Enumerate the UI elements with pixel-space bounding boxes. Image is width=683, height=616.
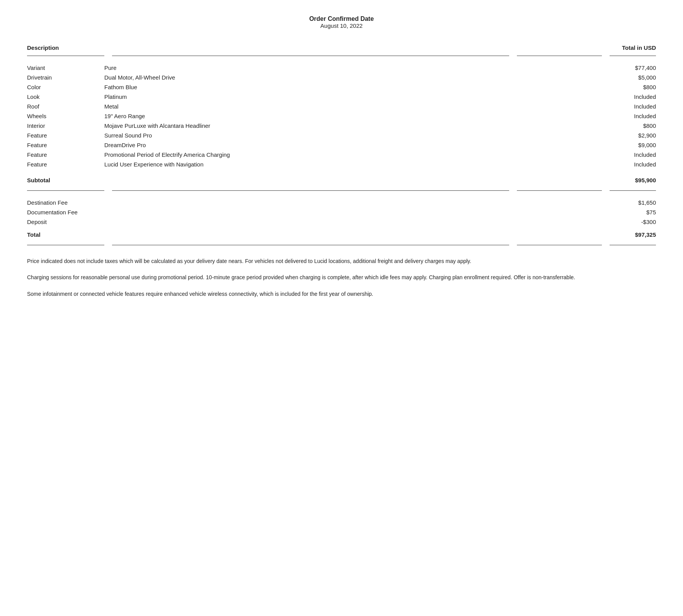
divider-middle	[27, 190, 656, 191]
line-item-row: Feature Lucid User Experience with Navig…	[27, 160, 656, 169]
line-item-value: Lucid User Experience with Navigation	[104, 160, 525, 169]
fee-row: Deposit -$300	[27, 217, 656, 227]
footnote-2: Charging sessions for reasonable persona…	[27, 273, 656, 282]
total-price: $97,325	[610, 227, 656, 241]
line-item-row: Feature DreamDrive Pro $9,000	[27, 140, 656, 150]
line-item-value: Platinum	[104, 92, 525, 102]
line-item-value: Metal	[104, 102, 525, 111]
line-item-row: Feature Promotional Period of Electrify …	[27, 150, 656, 160]
line-item-price: Included	[610, 150, 656, 160]
subtotal-row: Subtotal $95,900	[27, 169, 656, 187]
fee-label: Deposit	[27, 217, 104, 227]
line-item-label: Feature	[27, 160, 104, 169]
line-item-price: Included	[610, 102, 656, 111]
fees-table: Destination Fee $1,650 Documentation Fee…	[27, 198, 656, 241]
line-item-price: $5,000	[610, 73, 656, 82]
footnote-1: Price indicated does not include taxes w…	[27, 257, 656, 265]
total-row: Total $97,325	[27, 227, 656, 241]
fee-price: $1,650	[610, 198, 656, 207]
line-item-row: Color Fathom Blue $800	[27, 82, 656, 92]
fee-price: $75	[610, 207, 656, 217]
divider-bottom	[27, 245, 656, 245]
line-item-label: Feature	[27, 140, 104, 150]
line-item-row: Interior Mojave PurLuxe with Alcantara H…	[27, 121, 656, 131]
line-item-label: Wheels	[27, 111, 104, 121]
line-item-value: Promotional Period of Electrify America …	[104, 150, 525, 160]
line-item-price: Included	[610, 92, 656, 102]
line-item-label: Feature	[27, 131, 104, 140]
line-item-value: Fathom Blue	[104, 82, 525, 92]
line-item-label: Interior	[27, 121, 104, 131]
line-item-label: Look	[27, 92, 104, 102]
line-item-label: Variant	[27, 63, 104, 73]
column-headers: Description Total in USD	[27, 44, 656, 54]
line-item-value: 19" Aero Range	[104, 111, 525, 121]
line-item-price: Included	[610, 160, 656, 169]
col-description-header: Description	[27, 44, 97, 51]
footnote-3: Some infotainment or connected vehicle f…	[27, 290, 656, 298]
order-header: Order Confirmed Date August 10, 2022	[27, 15, 656, 29]
line-item-label: Drivetrain	[27, 73, 104, 82]
line-item-price: $2,900	[610, 131, 656, 140]
line-item-price: $800	[610, 121, 656, 131]
line-item-row: Feature Surreal Sound Pro $2,900	[27, 131, 656, 140]
col-total-header: Total in USD	[610, 44, 656, 51]
line-item-label: Feature	[27, 150, 104, 160]
line-item-row: Look Platinum Included	[27, 92, 656, 102]
fee-label: Destination Fee	[27, 198, 104, 207]
line-item-price: $77,400	[610, 63, 656, 73]
line-item-value: DreamDrive Pro	[104, 140, 525, 150]
divider-top	[27, 56, 656, 56]
line-item-price: Included	[610, 111, 656, 121]
line-item-label: Roof	[27, 102, 104, 111]
fee-row: Destination Fee $1,650	[27, 198, 656, 207]
line-item-row: Wheels 19" Aero Range Included	[27, 111, 656, 121]
line-item-value: Dual Motor, All-Wheel Drive	[104, 73, 525, 82]
line-item-value: Surreal Sound Pro	[104, 131, 525, 140]
order-confirmed-title: Order Confirmed Date	[27, 15, 656, 22]
line-item-row: Variant Pure $77,400	[27, 63, 656, 73]
subtotal-label: Subtotal	[27, 169, 104, 187]
line-item-value: Mojave PurLuxe with Alcantara Headliner	[104, 121, 525, 131]
line-item-row: Roof Metal Included	[27, 102, 656, 111]
line-item-label: Color	[27, 82, 104, 92]
fee-row: Documentation Fee $75	[27, 207, 656, 217]
fee-price: -$300	[610, 217, 656, 227]
line-item-price: $800	[610, 82, 656, 92]
subtotal-price: $95,900	[610, 169, 656, 187]
total-label: Total	[27, 227, 104, 241]
line-item-value: Pure	[104, 63, 525, 73]
order-date: August 10, 2022	[27, 22, 656, 29]
line-item-row: Drivetrain Dual Motor, All-Wheel Drive $…	[27, 73, 656, 82]
fee-label: Documentation Fee	[27, 207, 104, 217]
line-item-price: $9,000	[610, 140, 656, 150]
footer-notes: Price indicated does not include taxes w…	[27, 257, 656, 298]
line-items-table: Variant Pure $77,400 Drivetrain Dual Mot…	[27, 63, 656, 187]
